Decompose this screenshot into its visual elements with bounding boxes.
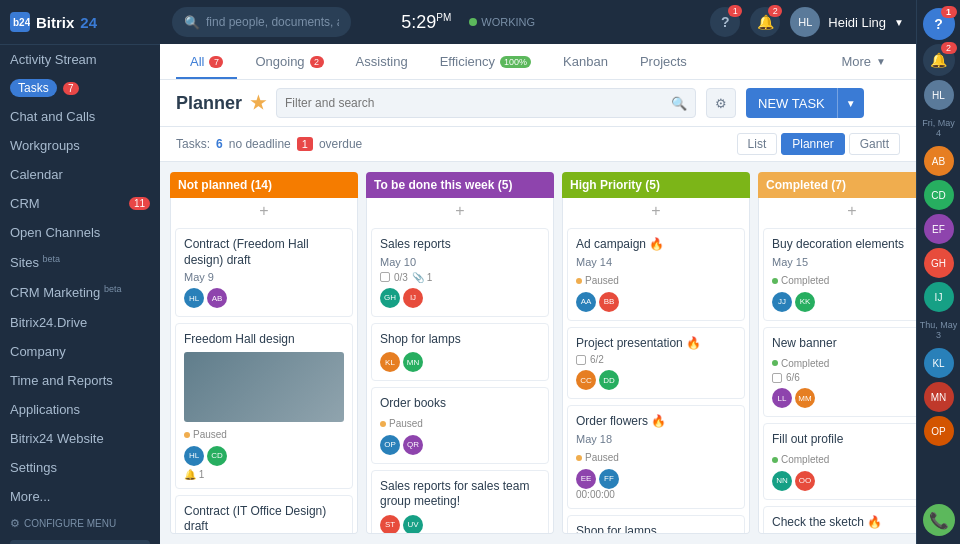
sidebar-item-crm-marketing[interactable]: CRM Marketing beta (0, 277, 160, 307)
sidebar-item-website[interactable]: Bitrix24 Website (0, 424, 160, 453)
right-panel: ? 1 🔔2 HL Fri, May 4 AB CD EF GH IJ Thu,… (916, 0, 960, 544)
view-planner-button[interactable]: Planner (781, 133, 844, 155)
help-right-button[interactable]: ? 1 (923, 8, 955, 40)
tab-efficiency[interactable]: Efficiency 100% (426, 44, 545, 79)
card-fill-out-profile[interactable]: Fill out profile Completed NN OO (763, 423, 916, 500)
tab-all[interactable]: All 7 (176, 44, 237, 79)
sidebar-item-settings[interactable]: Settings (0, 453, 160, 482)
column-title: High Priority (5) (570, 178, 660, 192)
column-add-not-planned[interactable]: + (170, 198, 358, 224)
card-contract-it-office[interactable]: Contract (IT Office Design) draft May 17… (175, 495, 353, 534)
card-shop-lamps-2[interactable]: Shop for lamps May 14 GG (567, 515, 745, 534)
sidebar-item-activity-stream[interactable]: Activity Stream (0, 45, 160, 74)
tab-assisting[interactable]: Assisting (342, 44, 422, 79)
app-logo[interactable]: b24 Bitrix 24 (0, 0, 160, 45)
column-completed: Completed (7) + Buy decoration elements … (758, 172, 916, 534)
card-date: May 15 (772, 256, 916, 268)
sidebar-item-company[interactable]: Company (0, 337, 160, 366)
view-gantt-button[interactable]: Gantt (849, 133, 900, 155)
tasks-badge: 7 (63, 82, 79, 95)
tab-projects-label: Projects (640, 54, 687, 69)
column-cards-completed: Buy decoration elements May 15 Completed… (758, 224, 916, 534)
sidebar-label: Bitrix24.Drive (10, 315, 87, 330)
settings-button[interactable]: ⚙ (706, 88, 736, 118)
user-menu[interactable]: HL Heidi Ling ▼ (790, 7, 904, 37)
filter-input[interactable] (285, 96, 665, 110)
search-bar[interactable]: 🔍 (172, 7, 351, 37)
tab-ongoing[interactable]: Ongoing 2 (241, 44, 337, 79)
card-sales-reports-group[interactable]: Sales reports for sales team group meeti… (371, 470, 549, 534)
column-header-completed: Completed (7) (758, 172, 916, 198)
card-order-flowers[interactable]: Order flowers 🔥 May 18 Paused EE FF 00:0… (567, 405, 745, 509)
sidebar-item-crm[interactable]: CRM 11 (0, 189, 160, 218)
card-ad-campaign[interactable]: Ad campaign 🔥 May 14 Paused AA BB (567, 228, 745, 321)
card-order-books[interactable]: Order books Paused OP QR (371, 387, 549, 464)
sidebar-item-chat[interactable]: Chat and Calls (0, 102, 160, 131)
sidebar-item-drive[interactable]: Bitrix24.Drive (0, 308, 160, 337)
new-task-button[interactable]: NEW TASK ▼ (746, 88, 864, 118)
sidebar-label: Time and Reports (10, 373, 113, 388)
tab-more[interactable]: More ▼ (827, 44, 900, 79)
help-button[interactable]: ? 1 (710, 7, 740, 37)
sidebar-item-calendar[interactable]: Calendar (0, 160, 160, 189)
invite-users-button[interactable]: ＋ INVITE USERS (10, 540, 150, 544)
avatar-8[interactable]: MN (924, 382, 954, 412)
avatar: KK (795, 292, 815, 312)
card-title: Ad campaign 🔥 (576, 237, 736, 253)
phone-button[interactable]: 📞 (923, 504, 955, 536)
card-avatars: HL CD (184, 446, 344, 466)
tab-projects[interactable]: Projects (626, 44, 701, 79)
avatar-1[interactable]: HL (924, 80, 954, 110)
tasks-pill[interactable]: Tasks (10, 79, 57, 97)
tasks-summary: Tasks: 6 no deadline 1 overdue (176, 137, 362, 151)
card-progress: 0/3 📎 1 (380, 272, 540, 283)
sidebar-item-workgroups[interactable]: Workgroups (0, 131, 160, 160)
tabs-bar: All 7 Ongoing 2 Assisting Efficiency 100… (160, 44, 916, 80)
sidebar-item-applications[interactable]: Applications (0, 395, 160, 424)
avatar-3[interactable]: CD (924, 180, 954, 210)
star-icon[interactable]: ★ (250, 92, 266, 114)
avatar-7[interactable]: KL (924, 348, 954, 378)
card-freedom-hall-design[interactable]: Freedom Hall design Paused HL CD 🔔 1 (175, 323, 353, 489)
chevron-down-icon: ▼ (894, 17, 904, 28)
card-title: Check the sketch 🔥 (772, 515, 916, 531)
card-check-sketch[interactable]: Check the sketch 🔥 4/4 PP QQ (763, 506, 916, 534)
avatar-5[interactable]: GH (924, 248, 954, 278)
avatar: DD (599, 370, 619, 390)
card-date: May 10 (380, 256, 540, 268)
tab-kanban[interactable]: Kanban (549, 44, 622, 79)
avatar-2[interactable]: AB (924, 146, 954, 176)
bell-right-button[interactable]: 🔔2 (923, 44, 955, 76)
card-project-presentation[interactable]: Project presentation 🔥 6/2 CC DD (567, 327, 745, 400)
avatar-9[interactable]: OP (924, 416, 954, 446)
configure-menu-button[interactable]: ⚙ CONFIGURE MENU (0, 511, 160, 536)
tab-efficiency-label: Efficiency (440, 54, 495, 69)
view-list-button[interactable]: List (737, 133, 778, 155)
card-buy-decoration[interactable]: Buy decoration elements May 15 Completed… (763, 228, 916, 321)
search-input[interactable] (206, 15, 339, 29)
avatar: MN (403, 352, 423, 372)
sidebar-label: Calendar (10, 167, 63, 182)
column-add-high-priority[interactable]: + (562, 198, 750, 224)
new-task-arrow[interactable]: ▼ (837, 88, 864, 118)
avatar: JJ (772, 292, 792, 312)
card-new-banner[interactable]: New banner Completed 6/6 LL MM (763, 327, 916, 418)
column-add-completed[interactable]: + (758, 198, 916, 224)
column-add-to-be-done[interactable]: + (366, 198, 554, 224)
sidebar-item-time-reports[interactable]: Time and Reports (0, 366, 160, 395)
card-sales-reports[interactable]: Sales reports May 10 0/3 📎 1 GH IJ (371, 228, 549, 317)
sidebar-item-open-channels[interactable]: Open Channels (0, 218, 160, 247)
avatar-4[interactable]: EF (924, 214, 954, 244)
card-contract-freedom-hall[interactable]: Contract (Freedom Hall design) draft May… (175, 228, 353, 317)
planner-title-text: Planner (176, 93, 242, 114)
sidebar-item-more[interactable]: More... (0, 482, 160, 511)
card-shop-for-lamps-1[interactable]: Shop for lamps KL MN (371, 323, 549, 382)
card-avatars: HL AB (184, 288, 344, 308)
card-avatars: EE FF (576, 469, 736, 489)
notifications-button[interactable]: 🔔 2 (750, 7, 780, 37)
sidebar-item-sites[interactable]: Sites beta (0, 247, 160, 277)
avatar-6[interactable]: IJ (924, 282, 954, 312)
column-header-high-priority: High Priority (5) (562, 172, 750, 198)
card-title: New banner (772, 336, 916, 352)
tab-all-label: All (190, 54, 204, 69)
